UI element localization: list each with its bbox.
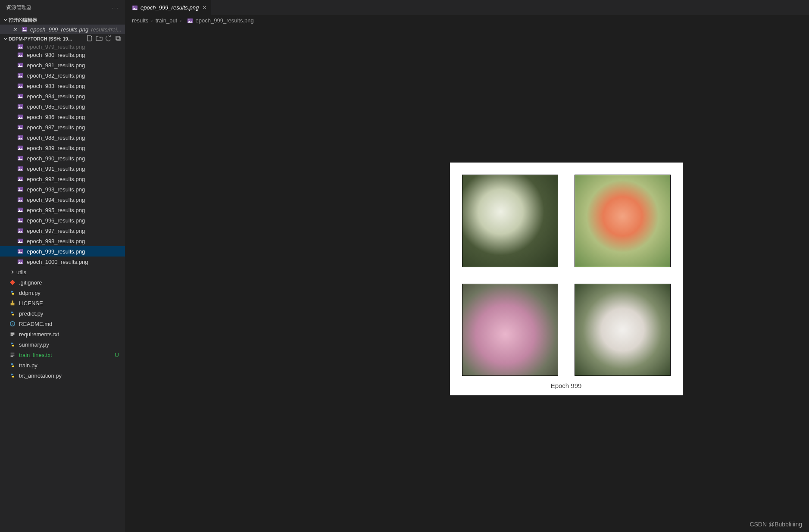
file-item[interactable]: epoch_998_results.png	[0, 236, 125, 246]
project-toolbar	[86, 35, 125, 43]
svg-point-11	[19, 74, 19, 75]
file-label: epoch_985_results.png	[27, 103, 85, 110]
svg-point-13	[19, 84, 19, 85]
file-item-selected[interactable]: epoch_999_results.png	[0, 246, 125, 257]
file-item[interactable]: txt_annotation.py	[0, 370, 125, 381]
collapse-all-icon[interactable]	[115, 35, 122, 43]
py-file-icon	[9, 290, 16, 296]
file-item[interactable]: epoch_992_results.png	[0, 174, 125, 184]
svg-rect-3	[117, 37, 120, 41]
file-item[interactable]: epoch_988_results.png	[0, 132, 125, 143]
image-file-icon	[17, 93, 23, 99]
file-label: predict.py	[19, 310, 43, 317]
chevron-down-icon	[3, 36, 9, 42]
svg-point-31	[19, 178, 19, 178]
file-item[interactable]: epoch_990_results.png	[0, 153, 125, 163]
image-file-icon	[17, 248, 23, 254]
image-file-icon	[132, 5, 138, 11]
svg-point-41	[19, 229, 19, 230]
file-item[interactable]: epoch_995_results.png	[0, 205, 125, 215]
explorer-header: 资源管理器 ···	[0, 0, 125, 15]
file-label: epoch_997_results.png	[27, 228, 85, 234]
svg-point-15	[19, 95, 19, 96]
svg-point-27	[19, 157, 19, 158]
file-item[interactable]: epoch_997_results.png	[0, 225, 125, 236]
tab-bar: epoch_999_results.png ✕	[125, 0, 809, 15]
tab-filename: epoch_999_results.png	[141, 4, 199, 11]
file-item[interactable]: epoch_991_results.png	[0, 163, 125, 174]
file-item[interactable]: train.py	[0, 360, 125, 370]
file-item[interactable]: ddpm.py	[0, 288, 125, 298]
image-file-icon	[17, 62, 23, 68]
svg-point-37	[19, 209, 19, 210]
file-item[interactable]: epoch_1000_results.png	[0, 257, 125, 267]
folder-item[interactable]: utils	[0, 267, 125, 277]
image-file-icon	[17, 124, 23, 130]
svg-point-45	[19, 250, 19, 251]
file-item[interactable]: requirements.txt	[0, 329, 125, 339]
file-item[interactable]: epoch_979_results.png	[0, 44, 125, 50]
image-file-icon	[17, 238, 23, 244]
folder-label: utils	[16, 269, 26, 275]
new-file-icon[interactable]	[86, 35, 93, 43]
file-item[interactable]: epoch_989_results.png	[0, 143, 125, 153]
image-file-icon	[17, 197, 23, 203]
more-actions-icon[interactable]: ···	[112, 4, 119, 11]
file-item[interactable]: epoch_981_results.png	[0, 60, 125, 70]
file-item[interactable]: epoch_980_results.png	[0, 50, 125, 60]
breadcrumb-filename: epoch_999_results.png	[196, 17, 254, 24]
project-header[interactable]: DDPM-PYTORCH [SSH: 19...	[0, 34, 125, 44]
explorer-title: 资源管理器	[6, 4, 32, 11]
close-editor-icon[interactable]: ✕	[10, 26, 19, 33]
open-editor-item[interactable]: ✕ epoch_999_results.png results/trai...	[0, 25, 125, 34]
file-item[interactable]: LICENSE	[0, 298, 125, 308]
file-item[interactable]: epoch_986_results.png	[0, 112, 125, 122]
file-label: epoch_998_results.png	[27, 238, 85, 244]
txt-file-icon	[9, 331, 16, 337]
image-file-icon	[17, 145, 23, 151]
svg-point-5	[19, 45, 19, 46]
file-item[interactable]: predict.py	[0, 308, 125, 319]
file-item[interactable]: epoch_982_results.png	[0, 70, 125, 81]
file-item[interactable]: summary.py	[0, 339, 125, 350]
svg-point-35	[19, 198, 19, 199]
py-file-icon	[9, 362, 16, 368]
file-item[interactable]: .gitignore	[0, 277, 125, 288]
watermark: CSDN @Bubbliiiing	[750, 521, 802, 528]
svg-point-23	[19, 136, 19, 137]
grid-cell	[462, 284, 558, 376]
file-label: epoch_986_results.png	[27, 114, 85, 120]
breadcrumb-item[interactable]: epoch_999_results.png	[184, 17, 254, 24]
editor-area: epoch_999_results.png ✕ results › train_…	[125, 0, 809, 532]
project-title: DDPM-PYTORCH [SSH: 19...	[9, 36, 86, 41]
image-file-icon	[17, 186, 23, 192]
py-file-icon	[9, 310, 16, 316]
refresh-icon[interactable]	[105, 35, 112, 43]
breadcrumb-item[interactable]: train_out	[156, 17, 178, 24]
image-file-icon	[17, 228, 23, 234]
svg-point-19	[19, 116, 19, 116]
image-file-icon	[187, 18, 193, 24]
file-item[interactable]: epoch_985_results.png	[0, 101, 125, 112]
file-label: epoch_992_results.png	[27, 176, 85, 182]
open-editors-header[interactable]: 打开的编辑器	[0, 15, 125, 25]
close-tab-icon[interactable]: ✕	[202, 4, 207, 11]
svg-rect-48	[12, 300, 13, 303]
file-item[interactable]: epoch_984_results.png	[0, 91, 125, 101]
file-label: train.py	[19, 362, 37, 369]
file-label: epoch_999_results.png	[27, 248, 85, 255]
file-item[interactable]: epoch_993_results.png	[0, 184, 125, 194]
file-item[interactable]: train_lines.txtU	[0, 350, 125, 360]
image-preview-canvas[interactable]: Epoch 999	[125, 26, 809, 532]
editor-tab[interactable]: epoch_999_results.png ✕	[125, 0, 212, 15]
breadcrumb-item[interactable]: results	[132, 17, 148, 24]
file-item[interactable]: epoch_983_results.png	[0, 81, 125, 91]
file-item[interactable]: iREADME.md	[0, 319, 125, 329]
file-label: LICENSE	[19, 300, 43, 307]
breadcrumb: results › train_out › epoch_999_results.…	[125, 15, 809, 26]
new-folder-icon[interactable]	[96, 35, 103, 43]
file-label: epoch_983_results.png	[27, 83, 85, 89]
file-item[interactable]: epoch_996_results.png	[0, 215, 125, 225]
file-item[interactable]: epoch_987_results.png	[0, 122, 125, 132]
file-item[interactable]: epoch_994_results.png	[0, 194, 125, 205]
